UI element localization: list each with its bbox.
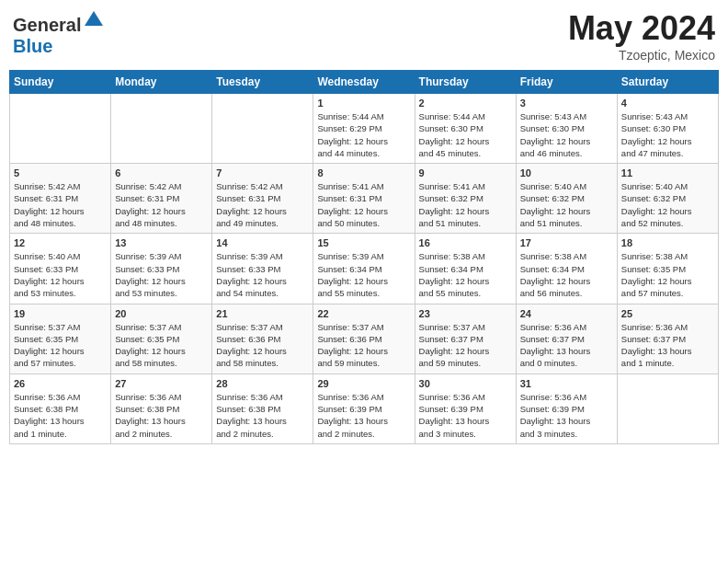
day-info: Sunrise: 5:42 AMSunset: 6:31 PMDaylight:… (14, 180, 107, 229)
day-number: 20 (115, 308, 208, 319)
calendar-body: 1Sunrise: 5:44 AMSunset: 6:29 PMDaylight… (10, 94, 719, 444)
calendar-day-cell: 28Sunrise: 5:36 AMSunset: 6:38 PMDayligh… (212, 373, 313, 443)
calendar-day-cell: 10Sunrise: 5:40 AMSunset: 6:32 PMDayligh… (516, 164, 617, 234)
day-info: Sunrise: 5:43 AMSunset: 6:30 PMDaylight:… (621, 110, 714, 159)
calendar-day-cell: 27Sunrise: 5:36 AMSunset: 6:38 PMDayligh… (111, 373, 212, 443)
calendar-day-cell: 8Sunrise: 5:41 AMSunset: 6:31 PMDaylight… (313, 164, 415, 234)
day-info: Sunrise: 5:38 AMSunset: 6:34 PMDaylight:… (419, 250, 512, 299)
day-number: 1 (317, 98, 410, 109)
day-number: 5 (14, 167, 107, 178)
day-number: 9 (419, 167, 512, 178)
calendar-day-cell: 13Sunrise: 5:39 AMSunset: 6:33 PMDayligh… (111, 234, 212, 304)
calendar-day-cell: 29Sunrise: 5:36 AMSunset: 6:39 PMDayligh… (313, 373, 415, 443)
logo-general: General (13, 15, 81, 35)
day-number: 18 (621, 237, 714, 248)
calendar-day-cell: 31Sunrise: 5:36 AMSunset: 6:39 PMDayligh… (516, 373, 617, 443)
day-number: 15 (317, 237, 410, 248)
calendar-day-cell: 21Sunrise: 5:37 AMSunset: 6:36 PMDayligh… (212, 304, 313, 373)
day-info: Sunrise: 5:36 AMSunset: 6:38 PMDaylight:… (216, 391, 309, 440)
day-number: 24 (520, 308, 613, 319)
calendar-day-cell: 14Sunrise: 5:39 AMSunset: 6:33 PMDayligh… (212, 234, 313, 304)
calendar-day-cell: 16Sunrise: 5:38 AMSunset: 6:34 PMDayligh… (415, 234, 516, 304)
day-info: Sunrise: 5:40 AMSunset: 6:33 PMDaylight:… (14, 250, 107, 299)
day-number: 7 (216, 167, 309, 178)
day-of-week-header: Wednesday (313, 71, 415, 94)
day-info: Sunrise: 5:37 AMSunset: 6:36 PMDaylight:… (317, 321, 410, 370)
day-number: 4 (621, 98, 714, 109)
calendar-day-cell: 30Sunrise: 5:36 AMSunset: 6:39 PMDayligh… (415, 373, 516, 443)
day-number: 29 (317, 378, 410, 389)
page-header: General Blue May 2024 Tzoeptic, Mexico (9, 9, 719, 63)
calendar-day-cell: 24Sunrise: 5:36 AMSunset: 6:37 PMDayligh… (516, 304, 617, 373)
day-number: 3 (520, 98, 613, 109)
day-info: Sunrise: 5:36 AMSunset: 6:38 PMDaylight:… (115, 391, 208, 440)
day-info: Sunrise: 5:36 AMSunset: 6:38 PMDaylight:… (14, 391, 107, 440)
day-number: 22 (317, 308, 410, 319)
day-info: Sunrise: 5:41 AMSunset: 6:32 PMDaylight:… (419, 180, 512, 229)
day-number: 16 (419, 237, 512, 248)
day-number: 11 (621, 167, 714, 178)
title-block: May 2024 Tzoeptic, Mexico (568, 9, 715, 63)
day-info: Sunrise: 5:39 AMSunset: 6:33 PMDaylight:… (216, 250, 309, 299)
day-of-week-header: Saturday (617, 71, 718, 94)
calendar-day-cell (617, 373, 718, 443)
day-of-week-header: Sunday (10, 71, 111, 94)
day-number: 14 (216, 237, 309, 248)
day-of-week-header: Thursday (415, 71, 516, 94)
calendar-table: SundayMondayTuesdayWednesdayThursdayFrid… (9, 70, 719, 444)
day-info: Sunrise: 5:38 AMSunset: 6:35 PMDaylight:… (621, 250, 714, 299)
calendar-week-row: 12Sunrise: 5:40 AMSunset: 6:33 PMDayligh… (10, 234, 719, 304)
calendar-day-cell (212, 94, 313, 164)
calendar-day-cell: 20Sunrise: 5:37 AMSunset: 6:35 PMDayligh… (111, 304, 212, 373)
day-info: Sunrise: 5:41 AMSunset: 6:31 PMDaylight:… (317, 180, 410, 229)
day-number: 10 (520, 167, 613, 178)
day-info: Sunrise: 5:44 AMSunset: 6:29 PMDaylight:… (317, 110, 410, 159)
calendar-day-cell: 6Sunrise: 5:42 AMSunset: 6:31 PMDaylight… (111, 164, 212, 234)
day-info: Sunrise: 5:36 AMSunset: 6:37 PMDaylight:… (520, 321, 613, 370)
calendar-day-cell: 25Sunrise: 5:36 AMSunset: 6:37 PMDayligh… (617, 304, 718, 373)
day-info: Sunrise: 5:40 AMSunset: 6:32 PMDaylight:… (520, 180, 613, 229)
calendar-day-cell: 5Sunrise: 5:42 AMSunset: 6:31 PMDaylight… (10, 164, 111, 234)
day-number: 23 (419, 308, 512, 319)
day-number: 27 (115, 378, 208, 389)
logo-blue: Blue (13, 36, 52, 56)
calendar-week-row: 1Sunrise: 5:44 AMSunset: 6:29 PMDaylight… (10, 94, 719, 164)
calendar-day-cell: 26Sunrise: 5:36 AMSunset: 6:38 PMDayligh… (10, 373, 111, 443)
calendar-day-cell: 7Sunrise: 5:42 AMSunset: 6:31 PMDaylight… (212, 164, 313, 234)
day-number: 6 (115, 167, 208, 178)
logo: General Blue (13, 9, 105, 57)
day-number: 12 (14, 237, 107, 248)
day-info: Sunrise: 5:37 AMSunset: 6:37 PMDaylight:… (419, 321, 512, 370)
location-subtitle: Tzoeptic, Mexico (568, 48, 715, 63)
day-number: 2 (419, 98, 512, 109)
day-info: Sunrise: 5:40 AMSunset: 6:32 PMDaylight:… (621, 180, 714, 229)
day-number: 28 (216, 378, 309, 389)
calendar-day-cell: 22Sunrise: 5:37 AMSunset: 6:36 PMDayligh… (313, 304, 415, 373)
day-of-week-header: Friday (516, 71, 617, 94)
day-info: Sunrise: 5:36 AMSunset: 6:39 PMDaylight:… (317, 391, 410, 440)
day-number: 8 (317, 167, 410, 178)
calendar-day-cell: 2Sunrise: 5:44 AMSunset: 6:30 PMDaylight… (415, 94, 516, 164)
day-number: 13 (115, 237, 208, 248)
calendar-header: SundayMondayTuesdayWednesdayThursdayFrid… (10, 71, 719, 94)
day-number: 31 (520, 378, 613, 389)
calendar-week-row: 19Sunrise: 5:37 AMSunset: 6:35 PMDayligh… (10, 304, 719, 373)
day-info: Sunrise: 5:39 AMSunset: 6:33 PMDaylight:… (115, 250, 208, 299)
calendar-day-cell: 17Sunrise: 5:38 AMSunset: 6:34 PMDayligh… (516, 234, 617, 304)
calendar-day-cell (111, 94, 212, 164)
day-info: Sunrise: 5:42 AMSunset: 6:31 PMDaylight:… (115, 180, 208, 229)
day-info: Sunrise: 5:37 AMSunset: 6:35 PMDaylight:… (14, 321, 107, 370)
days-of-week-row: SundayMondayTuesdayWednesdayThursdayFrid… (10, 71, 719, 94)
day-number: 25 (621, 308, 714, 319)
calendar-week-row: 26Sunrise: 5:36 AMSunset: 6:38 PMDayligh… (10, 373, 719, 443)
calendar-day-cell: 15Sunrise: 5:39 AMSunset: 6:34 PMDayligh… (313, 234, 415, 304)
calendar-day-cell: 4Sunrise: 5:43 AMSunset: 6:30 PMDaylight… (617, 94, 718, 164)
calendar-day-cell: 9Sunrise: 5:41 AMSunset: 6:32 PMDaylight… (415, 164, 516, 234)
calendar-day-cell: 18Sunrise: 5:38 AMSunset: 6:35 PMDayligh… (617, 234, 718, 304)
day-of-week-header: Monday (111, 71, 212, 94)
day-number: 21 (216, 308, 309, 319)
day-info: Sunrise: 5:44 AMSunset: 6:30 PMDaylight:… (419, 110, 512, 159)
calendar-day-cell: 19Sunrise: 5:37 AMSunset: 6:35 PMDayligh… (10, 304, 111, 373)
calendar-day-cell: 12Sunrise: 5:40 AMSunset: 6:33 PMDayligh… (10, 234, 111, 304)
calendar-day-cell: 1Sunrise: 5:44 AMSunset: 6:29 PMDaylight… (313, 94, 415, 164)
